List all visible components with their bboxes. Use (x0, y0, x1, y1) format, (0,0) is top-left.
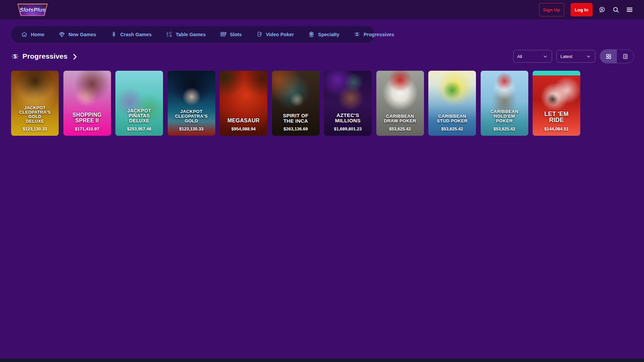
log-in-button[interactable]: Log In (571, 3, 593, 16)
jackpot-amount: $253,957.46 (127, 126, 151, 131)
slot-machine-icon (220, 31, 227, 38)
game-card-spirit-of-the-inca[interactable]: SPIRIT OF THE INCA $263,136.69 (272, 71, 320, 136)
video-poker-icon (256, 31, 263, 38)
nav-item-specialty[interactable]: Specialty (301, 26, 346, 43)
game-title: LET 'EM RIDE (544, 111, 569, 123)
svg-text:$: $ (356, 32, 358, 37)
nav-label: Home (31, 32, 44, 37)
card-suits-icon: ♤♡♢♧ (166, 32, 173, 37)
nav-item-slots[interactable]: Slots (213, 26, 249, 43)
nav-label: Table Games (176, 32, 206, 37)
nav-item-video-poker[interactable]: Video Poker (249, 26, 301, 43)
chevron-down-icon (586, 54, 591, 59)
game-card-jackpot-cleopatras-gold[interactable]: JACKPOT CLEOPATRA'S GOLD $123,130.33 (168, 71, 215, 136)
game-title: MEGASAUR (227, 118, 260, 123)
home-icon (21, 31, 28, 38)
nav-label: Video Poker (266, 32, 294, 37)
sign-up-button[interactable]: Sign Up (539, 3, 564, 16)
jackpot-dollar-icon: $ (354, 31, 361, 38)
filter-controls: All Latest (513, 49, 634, 63)
nav-label: New Games (68, 32, 96, 37)
brand-logo[interactable]: SlotsPlus (17, 4, 48, 16)
jackpot-amount: $123,130.33 (179, 126, 203, 131)
game-title: SHOPPING SPREE II (72, 112, 102, 123)
nav-label: Slots (230, 32, 241, 37)
nav-item-progressives[interactable]: $ Progressives (346, 26, 401, 43)
footer-strip (0, 359, 644, 362)
jackpot-amount: $53,625.42 (493, 126, 515, 131)
game-title: JACKPOT CLEOPATRA'S GOLD DELUXE (19, 106, 51, 124)
grid-view-button[interactable] (600, 50, 617, 63)
nav-label: Progressives (364, 32, 394, 37)
page-title: Progressives (22, 52, 67, 60)
game-card-caribbean-holdem-poker[interactable]: CARIBBEAN HOLD'EM POKER $53,625.42 (481, 71, 528, 136)
top-bar: SlotsPlus Sign Up Log In (0, 0, 644, 19)
logo-panel: SlotsPlus (17, 4, 48, 15)
sort-filter-value: Latest (560, 54, 572, 59)
svg-text:$: $ (14, 54, 17, 59)
page-header-row: $ Progressives All Latest (11, 49, 634, 63)
nav-item-table-games[interactable]: ♤♡♢♧ Table Games (159, 26, 213, 43)
jackpot-amount: $954,088.94 (231, 126, 256, 131)
top-bar-actions: Sign Up Log In (539, 3, 634, 16)
jackpot-amount: $53,625.42 (441, 126, 463, 131)
game-title: AZTEC'S MILLIONS (335, 113, 361, 123)
nav-item-crash-games[interactable]: Crash Games (103, 26, 159, 43)
main-nav: Home New Games Crash Games ♤♡♢♧ Table Ga… (11, 26, 375, 43)
rocket-icon (110, 31, 117, 38)
brand-name: SlotsPlus (19, 7, 46, 13)
game-card-megasaur[interactable]: MEGASAUR $954,088.94 (220, 71, 267, 136)
game-card-let-em-ride[interactable]: LET 'EM RIDE $144,084.51 (533, 71, 580, 136)
jackpot-amount: $123,130.33 (23, 126, 47, 131)
game-card-jackpot-cleopatras-gold-deluxe[interactable]: JACKPOT CLEOPATRA'S GOLD DELUXE $123,130… (11, 71, 59, 136)
list-icon (622, 53, 629, 60)
chevron-down-icon (542, 54, 548, 59)
game-card-caribbean-stud-poker[interactable]: CARIBBEAN STUD POKER $53,625.42 (428, 71, 476, 136)
game-title: CARIBBEAN DRAW POKER (384, 114, 416, 123)
game-card-caribbean-draw-poker[interactable]: CARIBBEAN DRAW POKER $53,625.42 (376, 71, 424, 136)
jackpot-amount: $1,689,801.23 (334, 126, 362, 131)
nav-item-home[interactable]: Home (14, 26, 51, 43)
sort-filter-dropdown[interactable]: Latest (556, 50, 595, 63)
game-title: SPIRIT OF THE INCA (283, 113, 308, 123)
gem-icon (58, 31, 65, 38)
page-title-group[interactable]: $ Progressives (11, 52, 79, 61)
category-filter-value: All (517, 54, 522, 59)
roulette-icon (308, 31, 315, 38)
chat-icon[interactable] (598, 5, 606, 14)
game-title: CARIBBEAN HOLD'EM POKER (490, 109, 519, 123)
game-card-aztecs-millions[interactable]: AZTEC'S MILLIONS $1,689,801.23 (324, 71, 372, 136)
jackpot-amount: $144,084.51 (544, 126, 569, 131)
game-title: JACKPOT CLEOPATRA'S GOLD (175, 109, 208, 123)
jackpot-amount: $263,136.69 (283, 126, 308, 131)
game-title: JACKPOT PIÑATAS DELUXE (127, 108, 151, 123)
game-card-jackpot-pinatas-deluxe[interactable]: JACKPOT PIÑATAS DELUXE $253,957.46 (115, 71, 163, 136)
list-view-button[interactable] (617, 50, 634, 63)
menu-icon[interactable] (625, 5, 634, 14)
jackpot-dollar-icon: $ (11, 52, 19, 60)
nav-label: Specialty (318, 32, 339, 37)
jackpot-amount: $171,410.97 (75, 126, 99, 131)
game-grid: JACKPOT CLEOPATRA'S GOLD DELUXE $123,130… (11, 71, 644, 136)
game-title: CARIBBEAN STUD POKER (437, 114, 468, 123)
jackpot-amount: $53,625.42 (389, 126, 411, 131)
chevron-right-icon (71, 53, 79, 61)
search-icon[interactable] (611, 5, 620, 14)
category-filter-dropdown[interactable]: All (513, 50, 552, 63)
game-card-shopping-spree-ii[interactable]: SHOPPING SPREE II $171,410.97 (63, 71, 111, 136)
nav-item-new-games[interactable]: New Games (51, 26, 103, 43)
grid-icon (605, 53, 612, 60)
nav-label: Crash Games (120, 32, 152, 37)
view-toggle (600, 49, 634, 63)
